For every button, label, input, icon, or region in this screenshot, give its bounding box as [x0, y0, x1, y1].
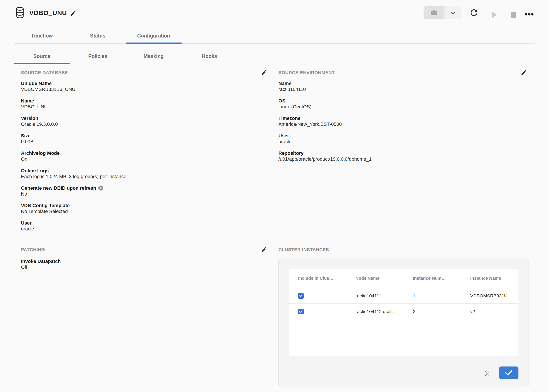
tab-status[interactable]: Status: [70, 28, 126, 44]
include-checkbox-checked[interactable]: [298, 293, 304, 299]
start-button: [492, 11, 497, 18]
more-actions-button[interactable]: [525, 13, 534, 15]
chevron-down-icon: [450, 11, 456, 14]
field-timezone: Timezone America/New_York,EST-0500: [278, 115, 527, 133]
edit-source-environment-pencil-icon[interactable]: [521, 69, 527, 76]
field-env-name: Name ractiu104110: [278, 80, 527, 98]
active-subtab-underline: [14, 63, 70, 64]
subtab-source[interactable]: Source: [14, 49, 70, 64]
field-generate-new-dbid: Generate new DBID upon refresh ? No: [21, 185, 268, 202]
field-repository: Repository /u01/app/oracle/product/19.0.…: [278, 150, 527, 168]
snapshot-split-button[interactable]: [424, 6, 462, 19]
source-environment-fields: Name ractiu104110 OS Linux (CentOS) Time…: [278, 80, 527, 168]
check-icon: [505, 370, 513, 376]
col-instance-name: Instance Name: [461, 276, 519, 281]
tab-configuration[interactable]: Configuration: [126, 28, 182, 44]
subtab-masking[interactable]: Masking: [126, 49, 182, 64]
edit-source-database-pencil-icon[interactable]: [261, 69, 268, 76]
refresh-icon: [469, 8, 479, 18]
source-environment-header: SOURCE ENVIRONMENT: [278, 69, 527, 76]
database-icon: [16, 7, 24, 18]
section-title: SOURCE ENVIRONMENT: [278, 70, 335, 75]
table-row: ractiu104111 1 VDBOMSRB331U…: [289, 288, 519, 304]
close-icon: [484, 371, 490, 377]
table-row: ractiu104112.dcol… 2 v2: [289, 304, 519, 319]
field-db-user: User oracle: [21, 220, 268, 237]
cell-node-name: ractiu104112.dcol…: [346, 309, 404, 314]
cluster-instances-header: CLUSTER INSTANCES: [278, 246, 527, 253]
field-unique-name: Unique Name VDBOMSRB331B3_UNU: [21, 80, 268, 98]
cluster-instances-table: Include in Clus… Node Name Instance Num……: [289, 269, 519, 356]
patching-header: PATCHING: [21, 246, 268, 253]
cell-instance-number: 1: [404, 293, 461, 299]
source-database-header: SOURCE DATABASE: [21, 69, 268, 76]
field-archivelog-mode: Archivelog Mode On: [21, 150, 268, 168]
field-vdb-config-template: VDB Config Template No Template Selected: [21, 202, 268, 220]
cell-instance-name: v2: [461, 309, 519, 314]
field-version: Version Oracle 19.3.0.0.0: [21, 115, 268, 133]
tab-timeflow[interactable]: Timeflow: [14, 28, 70, 44]
camera-snapshot-icon: [430, 9, 438, 16]
cell-node-name: ractiu104111: [346, 293, 404, 299]
cell-instance-number: 2: [404, 309, 461, 314]
field-name: Name VDBO_UNU: [21, 98, 268, 115]
patching-fields: Invoke Datapatch Off: [21, 258, 268, 276]
field-size: Size 0.00B: [21, 133, 268, 150]
section-title: PATCHING: [21, 247, 45, 252]
confirm-button[interactable]: [499, 366, 519, 379]
help-icon[interactable]: ?: [98, 186, 103, 190]
refresh-button[interactable]: [469, 7, 479, 18]
stop-button: [511, 12, 516, 18]
include-checkbox-checked[interactable]: [298, 309, 304, 314]
snapshot-options-button[interactable]: [444, 6, 462, 19]
field-online-logs: Online Logs Each log is 1,024 MB, 3 log …: [21, 168, 268, 185]
field-os: OS Linux (CentOS): [278, 98, 527, 115]
subtab-policies[interactable]: Policies: [70, 49, 126, 64]
col-node-name: Node Name: [346, 276, 404, 281]
section-title: CLUSTER INSTANCES: [278, 247, 329, 252]
active-tab-underline: [126, 42, 182, 44]
rename-pencil-icon[interactable]: [70, 10, 76, 17]
ellipsis-icon: [525, 13, 528, 15]
cancel-button[interactable]: [481, 368, 493, 379]
edit-patching-pencil-icon[interactable]: [261, 246, 268, 253]
check-icon: [299, 310, 303, 313]
main-tabs: Timeflow Status Configuration: [14, 28, 535, 44]
source-database-fields: Unique Name VDBOMSRB331B3_UNU Name VDBO_…: [21, 80, 268, 237]
cell-instance-name: VDBOMSRB331U…: [461, 293, 519, 299]
field-invoke-datapatch: Invoke Datapatch Off: [21, 258, 268, 276]
configuration-subtabs: Source Policies Masking Hooks: [14, 49, 535, 64]
snapshot-button[interactable]: [424, 6, 444, 19]
page-title: VDBO_UNU: [29, 9, 67, 17]
field-env-user: User oracle: [278, 133, 527, 150]
section-title: SOURCE DATABASE: [21, 70, 68, 75]
subtab-hooks[interactable]: Hooks: [182, 49, 237, 64]
check-icon: [299, 294, 303, 297]
cluster-instances-card: Include in Clus… Node Name Instance Num……: [278, 258, 528, 387]
col-include-in-cluster: Include in Clus…: [289, 276, 346, 281]
table-header-row: Include in Clus… Node Name Instance Num……: [289, 269, 519, 288]
col-instance-number: Instance Num…: [404, 276, 461, 281]
